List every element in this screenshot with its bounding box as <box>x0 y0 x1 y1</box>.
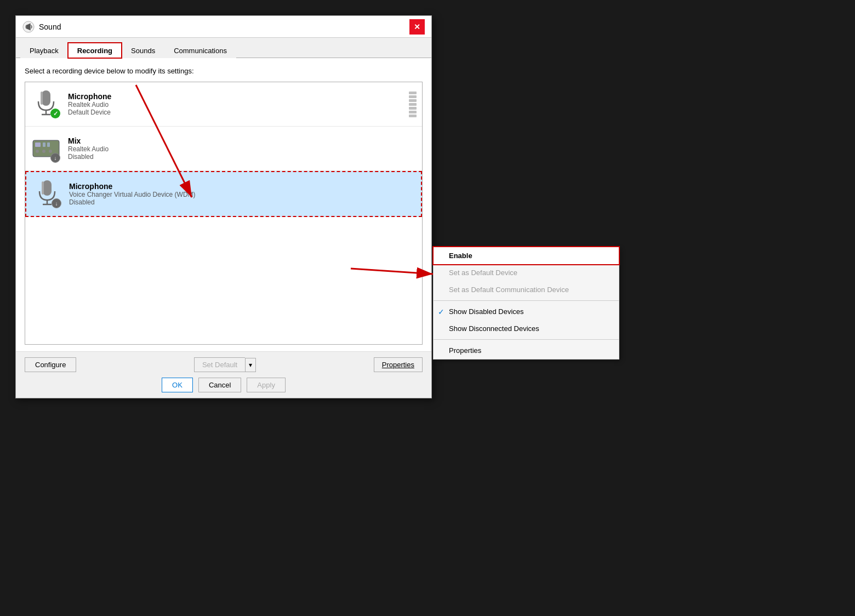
svg-rect-14 <box>43 180 52 196</box>
set-default-group: Set Default ▾ <box>194 357 256 372</box>
dialog-content: Select a recording device below to modif… <box>16 58 431 351</box>
device-icon-wrap-1: ✓ <box>31 89 61 119</box>
status-badge-green: ✓ <box>50 109 60 118</box>
context-menu-sep-1 <box>434 300 619 301</box>
svg-point-13 <box>49 150 52 153</box>
context-menu-enable[interactable]: Enable <box>434 247 619 264</box>
svg-rect-3 <box>42 90 50 106</box>
device-sub1-3: Voice Changer Virtual Audio Device (WDM) <box>69 191 415 198</box>
device-info-2: Mix Realtek Audio Disabled <box>68 136 417 161</box>
svg-rect-9 <box>43 142 45 147</box>
tabs-bar: Playback Recording Sounds Communications <box>16 38 431 58</box>
tab-sounds[interactable]: Sounds <box>122 43 164 58</box>
instruction-text: Select a recording device below to modif… <box>25 67 423 75</box>
device-name-1: Microphone <box>68 92 402 101</box>
svg-rect-10 <box>47 142 50 147</box>
sound-dialog: Sound ✕ Playback Recording Sounds Commun… <box>15 15 432 398</box>
dialog-footer: Configure Set Default ▾ Properties OK Ca… <box>16 351 431 398</box>
close-button[interactable]: ✕ <box>409 19 425 35</box>
title-left: Sound <box>22 21 61 33</box>
ok-button[interactable]: OK <box>162 378 193 392</box>
device-item-microphone-voice-changer[interactable]: ↓ Microphone Voice Changer Virtual Audio… <box>25 171 422 217</box>
cancel-button[interactable]: Cancel <box>198 378 241 392</box>
device-icon-wrap-3: ↓ <box>32 179 62 209</box>
tab-recording[interactable]: Recording <box>68 43 122 58</box>
svg-rect-15 <box>42 181 44 195</box>
context-menu: Enable Set as Default Device Set as Defa… <box>433 247 619 360</box>
device-sub1-2: Realtek Audio <box>68 145 417 153</box>
device-list: ✓ Microphone Realtek Audio Default Devic… <box>25 82 423 345</box>
context-menu-show-disconnected[interactable]: Show Disconnected Devices <box>434 320 619 337</box>
dialog-titlebar: Sound ✕ <box>16 16 431 38</box>
context-menu-properties[interactable]: Properties <box>434 342 619 359</box>
svg-rect-4 <box>41 92 43 105</box>
status-badge-down-3: ↓ <box>52 198 61 208</box>
status-badge-down-2: ↓ <box>50 153 60 163</box>
svg-rect-8 <box>35 142 41 147</box>
device-name-3: Microphone <box>69 182 415 191</box>
device-item-microphone-realtek[interactable]: ✓ Microphone Realtek Audio Default Devic… <box>25 82 422 127</box>
context-menu-set-default[interactable]: Set as Default Device <box>434 264 619 281</box>
device-info-3: Microphone Voice Changer Virtual Audio D… <box>69 182 415 206</box>
footer-row2: OK Cancel Apply <box>25 378 423 392</box>
context-menu-set-default-comm[interactable]: Set as Default Communication Device <box>434 281 619 298</box>
device-sub2-1: Default Device <box>68 109 402 116</box>
dialog-title: Sound <box>39 22 61 31</box>
level-bars-1 <box>409 92 417 117</box>
device-sub2-3: Disabled <box>69 198 415 206</box>
device-sub1-1: Realtek Audio <box>68 101 402 109</box>
device-sub2-2: Disabled <box>68 153 417 161</box>
properties-button[interactable]: Properties <box>374 357 423 372</box>
tab-communications[interactable]: Communications <box>164 43 236 58</box>
device-icon-wrap-2: ↓ <box>31 133 61 164</box>
configure-button[interactable]: Configure <box>25 357 76 372</box>
set-default-button[interactable]: Set Default <box>194 357 245 372</box>
svg-point-11 <box>36 150 39 153</box>
svg-point-12 <box>42 150 45 153</box>
device-item-mix-realtek[interactable]: ↓ Mix Realtek Audio Disabled <box>25 127 422 171</box>
context-menu-show-disabled[interactable]: ✓ Show Disabled Devices <box>434 303 619 320</box>
checkmark-icon: ✓ <box>438 307 444 316</box>
device-info-1: Microphone Realtek Audio Default Device <box>68 92 402 116</box>
context-menu-sep-2 <box>434 339 619 340</box>
apply-button[interactable]: Apply <box>247 378 286 392</box>
tab-playback[interactable]: Playback <box>20 43 68 58</box>
device-name-2: Mix <box>68 136 417 145</box>
set-default-arrow-button[interactable]: ▾ <box>245 358 256 372</box>
footer-row1: Configure Set Default ▾ Properties <box>25 357 423 372</box>
speaker-icon <box>22 21 35 33</box>
